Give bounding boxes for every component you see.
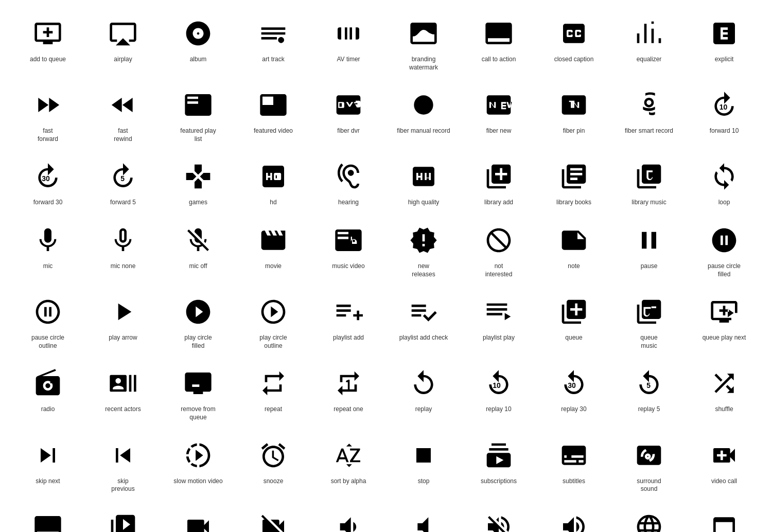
icon-cell-stop: stop: [386, 432, 461, 499]
video-call-icon: [710, 437, 739, 473]
pause-icon: [635, 222, 663, 258]
icon-cell-queue-play-next: queue play next: [687, 289, 762, 355]
icon-cell-sort-by-alpha: sort by alpha: [311, 432, 386, 499]
forward-10-icon: 10: [710, 87, 739, 123]
surround-sound-label: surround sound: [637, 477, 661, 493]
icon-cell-pause-circle-outline: pause circle outline: [10, 289, 85, 355]
svg-text:5: 5: [646, 382, 651, 390]
add-to-queue-label: add to queue: [30, 56, 66, 64]
icon-cell-radio: radio: [10, 360, 85, 427]
subscriptions-label: subscriptions: [481, 477, 517, 486]
loop-label: loop: [718, 199, 730, 207]
icon-cell-explicit: explicit: [687, 10, 762, 77]
volume-mute-icon: [409, 509, 438, 532]
call-to-action-label: call to action: [482, 56, 516, 64]
video-call-label: video call: [711, 477, 737, 486]
not-interested-icon: [484, 222, 513, 258]
fiber-manual-record-icon: [409, 87, 438, 123]
icon-cell-mic-off: mic off: [161, 217, 236, 283]
new-releases-label: new releases: [412, 262, 435, 278]
icon-cell-replay-10: 10replay 10: [461, 360, 536, 427]
icon-cell-repeat-one: repeat one: [311, 360, 386, 427]
icon-cell-subscriptions: subscriptions: [461, 432, 536, 499]
replay-icon: [409, 365, 438, 401]
games-label: games: [189, 199, 207, 207]
icon-cell-av-timer: AV timer: [311, 10, 386, 77]
icon-cell-slow-motion-video: slow motion video: [161, 432, 236, 499]
pause-circle-filled-label: pause circle filled: [708, 262, 741, 278]
web-asset-icon: [710, 509, 739, 532]
recent-actors-label: recent actors: [105, 405, 141, 414]
icon-cell-mic-none: mic none: [85, 217, 161, 283]
volume-down-icon: [334, 509, 363, 532]
icon-cell-videocam: videocam: [161, 504, 236, 532]
icon-cell-shuffle: shuffle: [687, 360, 762, 427]
fiber-dvr-label: fiber dvr: [337, 127, 359, 135]
call-to-action-icon: [484, 15, 513, 51]
icon-cell-call-to-action: call to action: [461, 10, 536, 77]
av-timer-label: AV timer: [337, 56, 360, 64]
icon-cell-volume-mute: volume mute: [386, 504, 461, 532]
icon-cell-video-library: video library: [85, 504, 161, 532]
subtitles-icon: [559, 437, 588, 473]
forward-30-icon: 30: [33, 158, 62, 194]
repeat-icon: [259, 365, 288, 401]
radio-label: radio: [41, 405, 55, 414]
stop-label: stop: [418, 477, 430, 486]
airplay-label: airplay: [114, 56, 132, 64]
video-library-icon: [109, 509, 137, 532]
hearing-icon: [334, 158, 363, 194]
icon-cell-replay-5: 5replay 5: [611, 360, 687, 427]
icon-cell-hearing: hearing: [311, 153, 386, 212]
shuffle-label: shuffle: [715, 405, 733, 414]
repeat-one-label: repeat one: [334, 405, 363, 414]
subscriptions-icon: [484, 437, 513, 473]
icon-cell-queue-music: queue music: [611, 289, 687, 355]
radio-icon: [33, 365, 62, 401]
closed-caption-label: closed caption: [554, 56, 594, 64]
fast-forward-icon: [33, 87, 62, 123]
icon-cell-forward-30: 30forward 30: [10, 153, 85, 212]
svg-text:5: 5: [120, 175, 125, 183]
play-circle-filled-label: play circle filled: [184, 334, 212, 350]
shuffle-icon: [710, 365, 739, 401]
icon-cell-album: album: [161, 10, 236, 77]
sort-by-alpha-icon: [334, 437, 363, 473]
play-arrow-icon: [109, 294, 137, 330]
videocam-off-icon: [259, 509, 288, 532]
fiber-new-icon: [484, 87, 513, 123]
explicit-label: explicit: [715, 56, 734, 64]
icon-cell-volume-down: volume down: [311, 504, 386, 532]
icon-cell-equalizer: equalizer: [611, 10, 687, 77]
forward-5-icon: 5: [109, 158, 137, 194]
snooze-icon: [259, 437, 288, 473]
icon-cell-featured-play-list: featured play list: [161, 82, 236, 148]
icon-cell-playlist-add: playlist add: [311, 289, 386, 355]
mic-none-icon: [109, 222, 137, 258]
icon-cell-repeat: repeat: [236, 360, 311, 427]
fiber-pin-label: fiber pin: [563, 127, 585, 135]
icon-cell-play-circle-outline: play circle outline: [236, 289, 311, 355]
queue-play-next-icon: [710, 294, 739, 330]
icon-cell-note: note: [536, 217, 611, 283]
icon-cell-playlist-add-check: playlist add check: [386, 289, 461, 355]
icon-cell-fast-forward: fast forward: [10, 82, 85, 148]
icon-cell-play-circle-filled: play circle filled: [161, 289, 236, 355]
library-add-label: library add: [484, 199, 513, 207]
mic-none-label: mic none: [111, 262, 136, 271]
icon-cell-not-interested: not interested: [461, 217, 536, 283]
icon-cell-videocam-off: videocam off: [236, 504, 311, 532]
icon-cell-movie: movie: [236, 217, 311, 283]
icon-cell-queue: queue: [536, 289, 611, 355]
new-releases-icon: [409, 222, 438, 258]
replay-10-icon: 10: [484, 365, 513, 401]
forward-30-label: forward 30: [33, 199, 63, 207]
svg-text:10: 10: [720, 103, 728, 112]
high-quality-icon: [409, 158, 438, 194]
icon-cell-music-video: music video: [311, 217, 386, 283]
svg-text:30: 30: [42, 175, 50, 183]
volume-up-icon: [559, 509, 588, 532]
playlist-play-label: playlist play: [483, 334, 515, 342]
music-video-label: music video: [332, 262, 364, 271]
fiber-dvr-icon: [334, 87, 363, 123]
